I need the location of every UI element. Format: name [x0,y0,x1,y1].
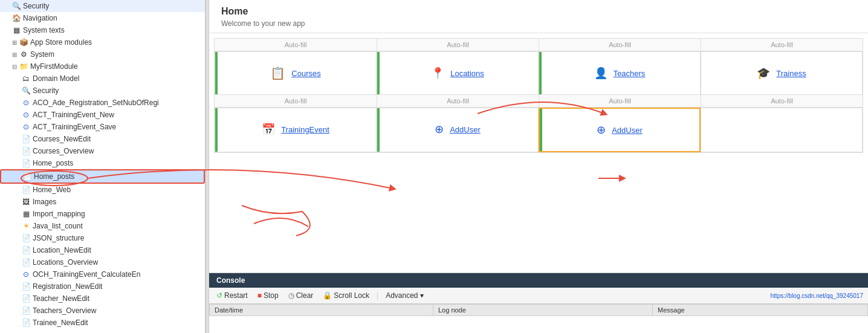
sidebar-item-label: Locations_Overview [33,258,200,267]
green-bar [540,109,542,151]
locations-icon: 📍 [431,66,444,80]
nav-cell-locations[interactable]: 📍 Locations [377,51,539,95]
stop-icon: ■ [257,291,262,300]
sidebar-item-home-posts[interactable]: 📄 Home_posts [0,157,205,169]
advanced-button[interactable]: Advanced ▾ [383,290,426,301]
autofill-label: Auto-fill [539,95,701,108]
training-event-icon: 📅 [262,123,275,136]
console-toolbar: ↺ Restart ■ Stop ◷ Clear 🔒 Scroll Lock | [209,288,868,304]
nav-cell-content: 📍 Locations [377,52,538,94]
page-icon: 📄 [22,234,30,242]
sidebar-item-teacher-newedit[interactable]: 📄 Teacher_NewEdit [0,293,205,305]
nav-cell-adduser-1[interactable]: ⊕ AddUser [377,108,539,152]
autofill-label: Auto-fill [377,95,539,108]
sidebar-item-label: Teacher_NewEdit [33,294,200,303]
console-area: Console ↺ Restart ■ Stop ◷ Clear 🔒 Scrol… [209,273,868,333]
autofill-label: Auto-fill [377,39,539,51]
page-icon: 📄 [22,147,30,155]
scroll-lock-label: Scroll Lock [334,291,369,300]
autofill-label: Auto-fill [215,39,377,51]
page-title: Home [221,6,856,17]
autofill-label: Auto-fill [701,39,863,51]
sidebar-item-label: Security [23,2,200,10]
green-bar [377,52,380,94]
search-icon: 🔍 [22,86,30,95]
scroll-lock-button[interactable]: 🔒 Scroll Lock [320,290,372,301]
sidebar-item-act-save[interactable]: ⊙ ACT_TrainingEvent_Save [0,121,205,133]
courses-link[interactable]: Courses [291,69,320,78]
sidebar-item-images[interactable]: 🖼 Images [0,196,205,208]
console-header: Console [209,273,868,288]
package-icon: 📦 [19,38,28,47]
stop-button[interactable]: ■ Stop [255,290,281,301]
sidebar-item-security[interactable]: 🔍 Security [0,85,205,97]
clear-button[interactable]: ◷ Clear [286,290,316,301]
nav-cell-trainess[interactable]: 🎓 Trainess [701,51,863,95]
expand-icon: ⊞ [12,39,17,46]
sidebar-item-label: Courses_Overview [33,147,200,155]
sidebar-item-act-new[interactable]: ⊙ ACT_TrainingEvent_New [0,109,205,121]
nav-cell-adduser-2-highlighted[interactable]: ⊕ AddUser [539,108,701,152]
page-icon: 📄 [22,306,30,315]
sidebar-item-label: Java_list_count [33,222,200,230]
nav-cell-empty [701,108,863,152]
autofill-label: Auto-fill [215,95,377,108]
adduser-link-2[interactable]: AddUser [612,126,643,135]
teachers-link[interactable]: Teachers [614,69,646,78]
sidebar-item-locations-overview[interactable]: 📄 Locations_Overview [0,256,205,268]
autofill-label: Auto-fill [701,95,863,108]
sidebar-item-label: Trainee_NewEdit [33,318,200,327]
clear-label: Clear [296,291,314,300]
sidebar-item-myfirstmodule[interactable]: ⊟ 📁 MyFirstModule [0,60,205,73]
training-event-link[interactable]: TrainingEvent [281,125,329,134]
expand-icon: ⊟ [12,63,17,70]
restart-button[interactable]: ↺ Restart [214,290,250,301]
adduser-link-1[interactable]: AddUser [450,125,481,134]
sidebar-item-security-top[interactable]: 🔍 Security [0,0,205,12]
nav-cell-teachers[interactable]: 👤 Teachers [539,51,701,95]
sidebar-item-json-structure[interactable]: 📄 JSON_structure [0,232,205,244]
courses-icon: 📋 [270,66,285,80]
url-display: https://blog.csdn.net/qq_39245017 [771,293,863,299]
trainess-link[interactable]: Trainess [776,69,806,78]
action-icon: ⊙ [22,270,30,279]
sidebar-item-courses-newedit[interactable]: 📄 Courses_NewEdit [0,133,205,145]
sidebar-item-teachers-overview[interactable]: 📄 Teachers_Overview [0,305,205,317]
sidebar-item-home-posts-selected[interactable]: 📄 Home_posts [0,169,205,184]
sidebar-item-system[interactable]: ⊞ ⚙ System [0,48,205,60]
sidebar-item-label: Home_Web [33,186,200,194]
sidebar-item-system-texts[interactable]: ▦ System texts [0,24,205,36]
sidebar-item-location-newedit[interactable]: 📄 Location_NewEdit [0,244,205,256]
nav-cell-training-event[interactable]: 📅 TrainingEvent [215,108,377,152]
sidebar-item-courses-overview[interactable]: 📄 Courses_Overview [0,145,205,157]
home-icon: 🏠 [12,14,21,22]
grid-row1: 📋 Courses 📍 Locations 👤 [214,51,863,95]
sidebar-item-java-list[interactable]: ☀ Java_list_count [0,220,205,232]
sidebar-item-label: Import_mapping [33,210,200,218]
sidebar-item-label: Registration_NewEdit [33,282,200,291]
action-icon: ⊙ [22,123,30,131]
adduser-icon: ⊕ [597,123,606,137]
java-icon: ☀ [22,222,30,230]
sidebar-item-aco[interactable]: ⊙ ACO_Ade_Registration_SetNubOfRegi [0,97,205,109]
sidebar-item-och-training[interactable]: ⊙ OCH_TrainingEvent_CalculateEn [0,268,205,280]
sidebar-item-trainee-newedit[interactable]: 📄 Trainee_NewEdit [0,317,205,329]
search-icon: 🔍 [12,2,21,10]
sidebar-item-import-mapping[interactable]: ▦ Import_mapping [0,208,205,220]
nav-cell-courses[interactable]: 📋 Courses [215,51,377,95]
restart-icon: ↺ [216,291,222,300]
clear-icon: ◷ [288,291,294,300]
page-icon: 📄 [22,246,30,254]
page-icon: 📄 [22,294,30,303]
sidebar-item-domain-model[interactable]: 🗂 Domain Model [0,73,205,85]
sidebar-item-app-store[interactable]: ⊞ 📦 App Store modules [0,36,205,48]
locations-link[interactable]: Locations [450,69,484,78]
sidebar-item-navigation[interactable]: 🏠 Navigation [0,12,205,24]
page-icon: 📄 [22,159,30,167]
sidebar-item-registration-newedit[interactable]: 📄 Registration_NewEdit [0,280,205,293]
sidebar-item-label: Home_posts [34,172,199,181]
green-bar [215,52,218,94]
sidebar-item-label: System [30,50,200,59]
nav-cell-content: 📋 Courses [215,52,376,94]
sidebar-item-home-web[interactable]: 📄 Home_Web [0,184,205,196]
